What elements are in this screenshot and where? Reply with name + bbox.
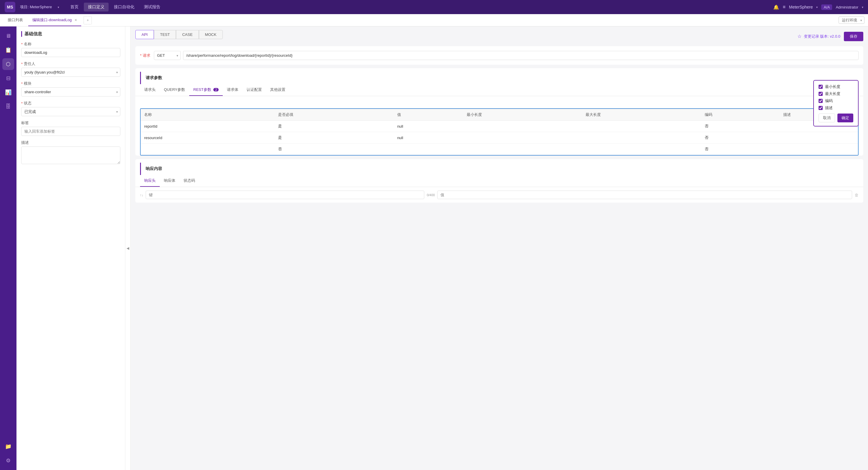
sidebar-item-document[interactable]: 📋 <box>2 44 14 56</box>
input-desc[interactable] <box>21 147 120 164</box>
section-title-basic-info: 基础信息 <box>21 31 120 37</box>
request-card: * 请求 GET POST PUT DELETE <box>135 46 863 65</box>
label-maxlen: 最大长度 <box>825 91 840 96</box>
select-owner[interactable]: youly (liyuan.you@fit2cl <box>21 68 120 77</box>
add-tab-button[interactable]: + <box>84 16 92 24</box>
lang-switcher[interactable]: A/A <box>821 4 832 10</box>
url-input[interactable] <box>183 51 859 60</box>
nav-home[interactable]: 首页 <box>66 3 83 11</box>
label-owner: *责任人 <box>21 61 120 66</box>
sidebar-item-api[interactable]: ⬡ <box>2 58 14 70</box>
params-tab-query[interactable]: QUERY参数 <box>160 84 189 96</box>
th-min-len: 最小长度 <box>463 109 582 121</box>
label-encoding: 编码 <box>825 98 833 103</box>
method-select[interactable]: GET POST PUT DELETE <box>154 51 181 60</box>
main-layout: 🖥 📋 ⬡ ⊟ 📊 🗄 📁 ⚙ 基础信息 *名称 *责任人 youly (liy… <box>0 27 868 470</box>
admin-dropdown-arrow[interactable]: ▾ <box>862 6 863 9</box>
nav-api-def[interactable]: 接口定义 <box>84 3 108 11</box>
response-tab-body[interactable]: 响应体 <box>160 175 180 187</box>
response-tab-head[interactable]: 响应头 <box>140 175 160 187</box>
params-tab-body[interactable]: 请求体 <box>223 84 243 96</box>
star-icon[interactable]: ☆ <box>797 34 802 39</box>
delete-row-button[interactable]: 🗑 <box>855 193 859 197</box>
char-count: 0/400 <box>427 193 435 197</box>
checkbox-maxlen[interactable] <box>818 92 823 96</box>
brand-label: MeterSphere <box>789 5 813 9</box>
admin-label: Administrator <box>836 5 858 9</box>
params-tab-other[interactable]: 其他设置 <box>266 84 289 96</box>
params-tab-header[interactable]: 请求头 <box>140 84 160 96</box>
params-table-container: 名称 是否必填 值 最小长度 最大长度 编码 描述 report <box>140 108 859 156</box>
cell-maxlen-3 <box>582 144 701 155</box>
confirm-button[interactable]: 确定 <box>837 114 853 122</box>
tab-api-list[interactable]: 接口列表 <box>3 14 27 26</box>
input-tag[interactable] <box>21 127 120 136</box>
sort-arrows[interactable]: ↑↓ <box>140 193 143 197</box>
sidebar-item-storage[interactable]: 🗄 <box>2 101 14 112</box>
params-tab-auth[interactable]: 认证配置 <box>243 84 266 96</box>
params-tab-rest[interactable]: REST参数 2 <box>189 84 223 96</box>
label-desc-popup: 描述 <box>825 105 833 111</box>
api-tab-api[interactable]: API <box>135 30 154 39</box>
api-tab-case[interactable]: CASE <box>176 30 198 39</box>
label-status: *状态 <box>21 101 120 106</box>
collapse-panel-button[interactable]: ◀ <box>125 27 131 470</box>
request-label: * 请求 <box>140 53 150 58</box>
tab-bar: 接口列表 编辑接口-downloadLog ✕ + 运行环境 <box>0 14 868 27</box>
tab-close-icon[interactable]: ✕ <box>74 18 77 22</box>
sidebar-item-ui[interactable]: ⊟ <box>2 72 14 84</box>
cell-minlen-2 <box>463 132 582 144</box>
project-dropdown-arrow[interactable]: ▾ <box>58 6 59 9</box>
sidebar-item-monitor[interactable]: 🖥 <box>2 30 14 42</box>
label-tag: 标签 <box>21 120 120 126</box>
batch-add-button[interactable]: 批量添加 ⑤ <box>135 96 863 106</box>
popup-row-desc: 描述 <box>818 105 853 111</box>
params-section: 请求参数 请求头 QUERY参数 REST参数 2 请求体 <box>135 68 863 156</box>
cancel-button[interactable]: 取消 <box>818 114 835 122</box>
project-name: 项目: MeterSphere <box>20 4 52 10</box>
column-picker-popup: 最小长度 最大长度 编码 描述 取消 确定 <box>813 80 859 126</box>
response-tabs: 响应头 响应体 状态码 <box>135 175 863 187</box>
select-module[interactable]: share-controller <box>21 87 120 96</box>
cell-required-1: 是 <box>275 121 394 132</box>
cell-name-1: reportId <box>141 121 275 132</box>
top-nav: MS 项目: MeterSphere ▾ 首页 接口定义 接口自动化 测试报告 … <box>0 0 868 14</box>
cell-encoding-1: 否 <box>701 121 779 132</box>
checkbox-desc[interactable] <box>818 106 823 110</box>
tab-edit-api[interactable]: 编辑接口-downloadLog ✕ <box>28 14 81 26</box>
nav-api-auto[interactable]: 接口自动化 <box>110 3 138 11</box>
cell-required-2: 是 <box>275 132 394 144</box>
select-status[interactable]: 已完成 <box>21 107 120 116</box>
nav-test-report[interactable]: 测试报告 <box>140 3 164 11</box>
input-name[interactable] <box>21 48 120 57</box>
api-tab-mock[interactable]: MOCK <box>199 30 223 39</box>
th-required: 是否必填 <box>275 109 394 121</box>
save-button[interactable]: 保存 <box>844 32 863 41</box>
form-row-status: *状态 已完成 <box>21 101 120 116</box>
sidebar-item-settings[interactable]: ⚙ <box>2 455 14 467</box>
sidebar-item-folder[interactable]: 📁 <box>2 441 14 452</box>
list-icon[interactable]: ≡ <box>783 4 785 10</box>
checkbox-minlen[interactable] <box>818 85 823 89</box>
value-input[interactable] <box>437 191 852 199</box>
version-info: ☆ 变更记录 版本: v2.0.0 <box>797 34 840 39</box>
response-input-row: ↑↓ 0/400 🗑 <box>135 187 863 202</box>
th-max-len: 最大长度 <box>582 109 701 121</box>
left-panel: 基础信息 *名称 *责任人 youly (liyuan.you@fit2cl *… <box>17 27 125 470</box>
checkbox-encoding[interactable] <box>818 99 823 103</box>
bell-icon[interactable]: 🔔 <box>773 4 779 10</box>
response-tab-status[interactable]: 状态码 <box>180 175 199 187</box>
key-input[interactable] <box>146 191 424 199</box>
right-content-inner: API TEST CASE MOCK ☆ 变更记录 版本: v2.0.0 保存 … <box>135 30 863 202</box>
response-section-title: 响应内容 <box>140 163 859 175</box>
form-row-module: *模块 share-controller <box>21 81 120 96</box>
table-row: 否 否 <box>141 144 858 155</box>
sidebar-item-chart[interactable]: 📊 <box>2 87 14 98</box>
brand-dropdown-arrow[interactable]: ▾ <box>816 6 818 9</box>
icon-sidebar: 🖥 📋 ⬡ ⊟ 📊 🗄 📁 ⚙ <box>0 27 17 470</box>
api-tab-test[interactable]: TEST <box>154 30 176 39</box>
response-section-header: 响应内容 <box>135 159 863 175</box>
run-env-select[interactable]: 运行环境 <box>839 17 865 24</box>
label-minlen: 最小长度 <box>825 84 840 89</box>
select-status-wrapper: 已完成 <box>21 107 120 116</box>
